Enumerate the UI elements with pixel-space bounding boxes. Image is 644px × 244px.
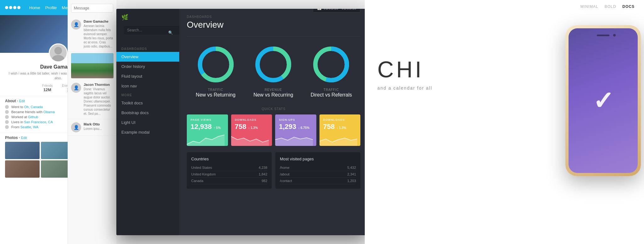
dash-search-container: 🔍 — [120, 26, 175, 40]
dashboard-sidebar: 🌿 🔍 DASHBOARDS Overview Order history Fl… — [116, 9, 179, 235]
stat-card-signups: SIGN-UPS 1,293 ↓ 6.75% — [275, 114, 316, 146]
stat-title-1: DOWNLOADS — [235, 118, 269, 121]
right-hero-text: CHI and a calendar for all — [377, 57, 432, 91]
nav-light-ui[interactable]: Light UI — [116, 118, 179, 127]
stat-card-downloads2: DOWNLOADS 758 ↓ 1.3% — [319, 114, 361, 146]
chat-image — [71, 53, 114, 78]
table-row: United States 4,238 — [191, 164, 267, 171]
stat-value-2: 1,293 — [279, 123, 296, 131]
phone-camera — [613, 34, 616, 36]
table-row: /about 2,341 — [280, 171, 356, 178]
chat-item-0[interactable]: 👤 Dave Gamache Aenean lacinia bibendum n… — [68, 16, 116, 52]
date-range-label: 01/01/15 - 01/08/15 — [324, 9, 356, 10]
quick-stats-label: QUICK STATS — [187, 107, 360, 111]
chat-content-2: Mark Otto Lorem ipsu... — [84, 122, 113, 132]
date-range-button[interactable]: 📅 01/01/15 - 01/08/15 — [313, 9, 360, 13]
nav-example-modal[interactable]: Example modal — [116, 127, 179, 137]
chat-avatar-2: 👤 — [71, 122, 81, 132]
about-edit[interactable]: Edit — [19, 99, 25, 103]
svg-point-1 — [52, 55, 64, 61]
chart-2-category: Traffic — [324, 88, 339, 92]
stat-change-0: ↑ 5% — [214, 126, 220, 130]
nav-overview[interactable]: Overview — [116, 52, 179, 62]
stat-change-3: ↓ 1.3% — [336, 126, 346, 130]
most-visited-table: Most visited pages /home 5,432 /about 2,… — [275, 152, 360, 189]
dash-section-more: MORE — [116, 91, 179, 98]
stat-change-2: ↓ 6.75% — [298, 126, 309, 130]
dash-section-dashboards: DASHBOARDS — [116, 45, 179, 52]
leaf-icon: 🌿 — [121, 14, 128, 21]
nav-bold[interactable]: BOLD — [605, 4, 616, 9]
nav-minimal[interactable]: MINIMAL — [580, 4, 598, 9]
charts-row: Traffic New vs Returning Revenue New vs … — [187, 44, 360, 98]
nav-docs-right[interactable]: DOCS — [622, 4, 635, 9]
stats-row: PAGE VIEWS 12,938 ↑ 5% DOWNLOADS 758 ↓ 1… — [187, 114, 360, 146]
logo[interactable] — [5, 6, 20, 9]
phone-screen: ✓ — [569, 28, 638, 173]
chart-revenue-new-recurring: Revenue New vs Recurring — [253, 44, 294, 98]
chart-2-title: Direct vs Referrals — [311, 92, 352, 98]
photo-1[interactable] — [5, 142, 40, 159]
work-icon — [5, 115, 9, 119]
chart-1-category: Revenue — [265, 88, 282, 92]
nav-icon-nav[interactable]: Icon nav — [116, 81, 179, 91]
home-icon — [5, 120, 9, 124]
right-panel: MINIMAL BOLD DOCS CHI and a calendar for… — [365, 0, 644, 244]
chat-content-1: Jacon Thornton Done: Vivamus sagittis la… — [84, 83, 113, 116]
phone-outer: ✓ — [565, 25, 641, 176]
nav-fluid-layout[interactable]: Fluid layout — [116, 71, 179, 81]
calendar-icon: 📅 — [317, 9, 322, 10]
chart-1-title: New vs Recurring — [253, 92, 293, 98]
countries-table: Countries United States 4,238 United Kin… — [187, 152, 272, 189]
nav-bootstrap-docs[interactable]: Bootstrap docs — [116, 108, 179, 118]
chart-traffic-direct-referrals: Traffic Direct vs Referrals — [311, 44, 352, 98]
chat-item-2[interactable]: 👤 Mark Otto Lorem ipsu... — [68, 119, 116, 136]
stat-card-page-views: PAGE VIEWS 12,938 ↑ 5% — [187, 114, 228, 146]
friends-stat: Friends 12M — [42, 84, 53, 92]
chat-content-0: Dave Gamache Aenean lacinia bibendum nul… — [84, 19, 113, 48]
stat-title-3: DOWNLOADS — [323, 118, 357, 121]
tables-row: Countries United States 4,238 United Kin… — [187, 152, 360, 189]
search-icon: 🔍 — [168, 30, 173, 35]
dash-logo: 🌿 — [116, 14, 179, 26]
chat-header — [68, 0, 116, 16]
pin-icon — [5, 125, 9, 129]
stat-value-1: 758 — [235, 123, 247, 131]
message-input[interactable] — [71, 4, 113, 13]
table-row: Canada 982 — [191, 178, 267, 184]
location-icon — [5, 105, 9, 109]
chat-avatar-1: 👤 — [71, 83, 81, 93]
dashboard-content: DASHBOARDS Overview 📅 01/01/15 - 01/08/1… — [179, 9, 368, 235]
stat-title-2: SIGN-UPS — [279, 118, 313, 121]
chat-item-1[interactable]: 👤 Jacon Thornton Done: Vivamus sagittis … — [68, 80, 116, 119]
hero-title: CHI — [377, 57, 432, 82]
nav-profile[interactable]: Profile — [45, 5, 57, 10]
table-row: United Kingdom 1,842 — [191, 171, 267, 178]
table-row: /contact 1,203 — [280, 178, 356, 184]
page-title: Overview — [187, 20, 224, 30]
dashboard-modal: 🌿 🔍 DASHBOARDS Overview Order history Fl… — [116, 9, 368, 235]
hero-subtitle: and a calendar for all — [377, 86, 432, 91]
phone-speaker — [597, 35, 609, 36]
svg-point-0 — [54, 47, 62, 54]
phone-mockup: ✓ — [565, 25, 644, 201]
table-row: /home 5,432 — [280, 164, 356, 171]
stat-card-downloads: DOWNLOADS 758 ↓ 1.3% — [231, 114, 272, 146]
chart-0-title: New vs Returning — [196, 92, 236, 98]
photo-4[interactable] — [5, 160, 40, 178]
stat-change-1: ↓ 1.3% — [248, 126, 258, 130]
chat-panel: 👤 Dave Gamache Aenean lacinia bibendum n… — [68, 0, 116, 244]
stat-value-3: 758 — [323, 123, 335, 131]
nav-home[interactable]: Home — [29, 5, 40, 10]
nav-toolkit-docs[interactable]: Toolkit docs — [116, 98, 179, 108]
stat-value-0: 12,938 — [191, 123, 212, 131]
chat-avatar-0: 👤 — [71, 19, 81, 30]
person-icon — [5, 110, 9, 114]
avatar — [49, 43, 68, 62]
header-divider — [187, 36, 360, 36]
right-topnav: MINIMAL BOLD DOCS — [580, 4, 635, 9]
chart-0-category: Traffic — [208, 88, 223, 92]
stat-title-0: PAGE VIEWS — [191, 118, 224, 121]
nav-order-history[interactable]: Order history — [116, 62, 179, 71]
photos-edit[interactable]: Edit — [21, 136, 27, 140]
